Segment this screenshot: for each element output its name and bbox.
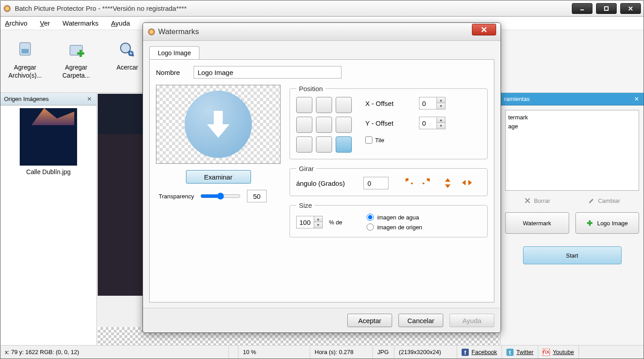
- edit-icon: [588, 197, 595, 204]
- thumbnail-image[interactable]: [20, 108, 77, 166]
- position-bottom-right[interactable]: [336, 136, 352, 153]
- help-button[interactable]: Ayuda: [450, 314, 494, 327]
- source-panel-title: Origen Imágenes: [4, 96, 49, 102]
- position-top-left[interactable]: [296, 97, 312, 113]
- add-watermark-buttons: Watermark Logo Image: [501, 206, 644, 240]
- zoom-in-button[interactable]: + Acercar: [107, 35, 147, 92]
- source-panel-close-icon[interactable]: ✕: [86, 96, 93, 103]
- radio-water-image[interactable]: [367, 214, 374, 221]
- size-up[interactable]: ▲: [314, 216, 322, 222]
- flip-horizontal-icon[interactable]: [462, 178, 472, 187]
- svg-marker-34: [445, 178, 450, 182]
- tools-panel-close-icon[interactable]: ✕: [633, 96, 640, 103]
- dialog-titlebar[interactable]: Watermarks: [143, 23, 501, 41]
- rotate-fieldset: Girar ángulo (Grados): [290, 165, 488, 196]
- svg-marker-37: [468, 180, 472, 185]
- transparency-row: Transparency: [156, 190, 281, 202]
- size-input[interactable]: [296, 216, 314, 228]
- y-offset-spinner: ▲▼: [419, 117, 445, 129]
- youtube-icon: You: [543, 349, 550, 356]
- position-top-center[interactable]: [316, 97, 332, 113]
- x-offset-down[interactable]: ▼: [437, 103, 445, 109]
- flip-vertical-icon[interactable]: [443, 178, 452, 188]
- rotate-ccw-icon[interactable]: [402, 178, 413, 187]
- preview-image[interactable]: [98, 94, 143, 296]
- size-down[interactable]: ▼: [314, 222, 322, 228]
- list-item[interactable]: age: [508, 122, 636, 131]
- add-text-watermark-button[interactable]: Watermark: [505, 212, 569, 234]
- tab-panel: Nombre Examinar Transparency: [149, 59, 494, 302]
- position-bottom-left[interactable]: [296, 136, 312, 153]
- position-bottom-center[interactable]: [316, 136, 332, 153]
- svg-point-29: [150, 30, 154, 34]
- add-file-icon: [16, 41, 34, 59]
- minimize-button[interactable]: [572, 3, 592, 14]
- list-item[interactable]: termark: [508, 113, 636, 122]
- menu-archivo[interactable]: Archivo: [5, 19, 27, 27]
- watermarks-dialog: Watermarks Logo Image Nombre Examinar: [143, 22, 501, 333]
- browse-button[interactable]: Examinar: [186, 170, 251, 184]
- twitter-icon: t: [506, 349, 514, 356]
- top-split: Examinar Transparency Position: [156, 85, 488, 237]
- add-files-button[interactable]: AgregarArchivo(s)...: [5, 35, 45, 92]
- position-middle-left[interactable]: [296, 117, 312, 133]
- position-fieldset: Position: [290, 85, 488, 159]
- y-offset-label: Y - Offset: [365, 119, 415, 127]
- watermark-actions: Borrar Cambiar: [501, 195, 644, 206]
- size-spinner: ▲▼: [296, 216, 323, 228]
- down-arrow-icon: [185, 91, 252, 158]
- source-panel-header: Origen Imágenes ✕: [0, 93, 96, 105]
- tab-logo-image[interactable]: Logo Image: [149, 46, 199, 59]
- size-radio-group: imagen de agua imagen de origen: [367, 214, 422, 231]
- source-images-panel: Origen Imágenes ✕ Calle Dublín.jpg: [0, 93, 97, 345]
- watermark-list[interactable]: termark age: [505, 110, 639, 191]
- menu-ayuda[interactable]: Ayuda: [111, 19, 130, 27]
- accept-button[interactable]: Aceptar: [347, 314, 392, 327]
- tools-panel-title: ramientas: [504, 96, 530, 102]
- transparency-slider[interactable]: [200, 193, 241, 200]
- nombre-row: Nombre: [156, 66, 488, 79]
- add-logo-image-button[interactable]: Logo Image: [575, 212, 640, 234]
- menu-ver[interactable]: Ver: [40, 19, 50, 27]
- status-youtube-link[interactable]: YouYoutube: [538, 346, 579, 359]
- y-offset-up[interactable]: ▲: [437, 117, 445, 123]
- dialog-title: Watermarks: [158, 27, 472, 36]
- status-format: JPG: [373, 346, 394, 359]
- radio-origin-image[interactable]: [367, 223, 374, 231]
- cancel-button[interactable]: Cancelar: [398, 314, 443, 327]
- svg-rect-7: [22, 49, 29, 53]
- y-offset-down[interactable]: ▼: [437, 123, 445, 129]
- position-top-right[interactable]: [336, 97, 352, 113]
- rotate-icons: [402, 178, 472, 188]
- y-offset-input[interactable]: [419, 117, 437, 129]
- status-twitter-link[interactable]: tTwitter: [502, 346, 538, 359]
- menu-watermarks[interactable]: Watermarks: [63, 19, 99, 27]
- change-action[interactable]: Cambiar: [588, 197, 620, 204]
- magnify-plus-icon: +: [118, 41, 136, 59]
- dialog-close-button[interactable]: [472, 24, 496, 35]
- main-titlebar[interactable]: Batch Picture Protector Pro - ****Versió…: [0, 0, 644, 17]
- svg-marker-36: [462, 180, 466, 185]
- close-button[interactable]: [620, 3, 641, 14]
- add-folder-button[interactable]: AgregarCarpeta...: [56, 35, 96, 92]
- delete-action[interactable]: Borrar: [524, 197, 550, 204]
- nombre-input[interactable]: [194, 66, 341, 79]
- position-middle-right[interactable]: [336, 117, 352, 133]
- maximize-button[interactable]: [596, 3, 617, 14]
- statusbar: x: 79 y: 1622 RGB: (0, 0, 12) 10 % Hora …: [0, 345, 644, 359]
- angle-input[interactable]: [363, 177, 389, 189]
- size-legend: Size: [296, 201, 315, 209]
- start-button[interactable]: Start: [523, 246, 622, 264]
- position-middle-center[interactable]: [316, 117, 332, 133]
- thumbnail-list: Calle Dublín.jpg: [0, 105, 96, 178]
- rotate-cw-icon[interactable]: [423, 178, 433, 187]
- dialog-body: Logo Image Nombre Examinar Transparency: [143, 41, 501, 308]
- x-offset-input[interactable]: [419, 97, 437, 109]
- status-facebook-link[interactable]: fFacebook: [457, 346, 502, 359]
- x-offset-up[interactable]: ▲: [437, 97, 445, 103]
- status-zoom: 10 %: [238, 346, 310, 359]
- tile-checkbox[interactable]: [365, 136, 372, 144]
- transparency-value[interactable]: [247, 190, 267, 202]
- x-offset-spinner: ▲▼: [419, 97, 445, 109]
- plus-icon: [586, 219, 593, 227]
